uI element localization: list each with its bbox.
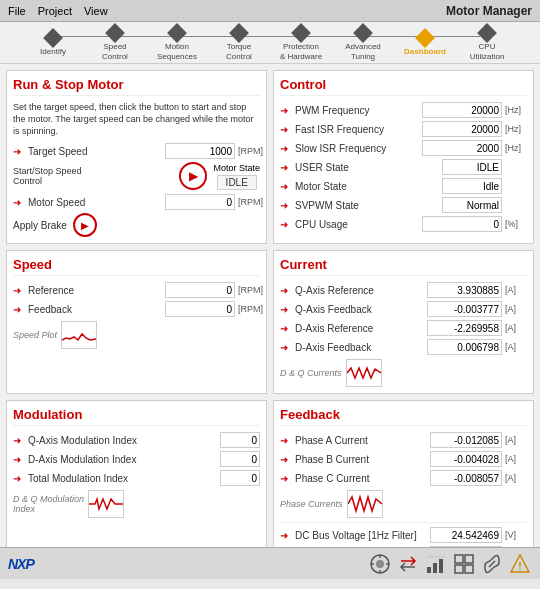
control-input-0[interactable]	[422, 102, 502, 118]
warning-icon[interactable]	[508, 552, 532, 576]
current-input-3[interactable]	[427, 339, 502, 355]
mod-chart[interactable]	[88, 490, 124, 518]
mod-plot-area: D & Q Modulation Index	[13, 490, 260, 518]
control-row-1: ➜ Fast ISR Frequency [Hz]	[280, 121, 527, 137]
speed-chart-svg	[62, 322, 96, 348]
motor-status-icon[interactable]	[368, 552, 392, 576]
nav-advanced[interactable]: AdvancedTuning	[332, 26, 394, 61]
fb-label-2: Phase C Current	[295, 473, 427, 484]
menu-file[interactable]: File	[8, 5, 26, 17]
phase-plot-area: Phase Currents	[280, 490, 527, 518]
nav-diamond-torque	[229, 23, 249, 43]
fb-input-0[interactable]	[430, 432, 502, 448]
target-speed-arrow: ➜	[13, 146, 25, 157]
motor-speed-input[interactable]	[165, 194, 235, 210]
speed-row-0: ➜ Reference [RPM]	[13, 282, 260, 298]
mod-arrow-1: ➜	[13, 454, 25, 465]
dc-bus-section: ➜ DC Bus Voltage [1Hz Filter] [V] ➜ DC B…	[280, 522, 527, 547]
fb-input-2[interactable]	[430, 470, 502, 486]
run-stop-panel: Run & Stop Motor Set the target speed, t…	[6, 70, 267, 244]
menu-project[interactable]: Project	[38, 5, 72, 17]
mod-input-1[interactable]	[220, 451, 260, 467]
fb-input-3[interactable]	[430, 527, 502, 543]
mod-plot-label: D & Q Modulation Index	[13, 494, 84, 514]
current-label-1: Q-Axis Feedback	[295, 304, 424, 315]
motor-icon-svg	[369, 553, 391, 575]
control-panel: Control ➜ PWM Frequency [Hz] ➜ Fast ISR …	[273, 70, 534, 244]
control-input-1[interactable]	[422, 121, 502, 137]
mod-input-0[interactable]	[220, 432, 260, 448]
control-arrow-0: ➜	[280, 105, 292, 116]
phase-chart[interactable]	[347, 490, 383, 518]
speed-unit-0: [RPM]	[238, 285, 260, 295]
nav-motion[interactable]: MotionSequences	[146, 26, 208, 61]
fb-input-4[interactable]	[430, 546, 502, 547]
target-speed-input[interactable]	[165, 143, 235, 159]
speed-input-1[interactable]	[165, 301, 235, 317]
mod-chart-svg	[89, 491, 123, 517]
nav-protection[interactable]: Protection& Hardware	[270, 26, 332, 61]
motor-speed-arrow: ➜	[13, 197, 25, 208]
nav-torque[interactable]: TorqueControl	[208, 26, 270, 61]
title-bar: File Project View Motor Manager	[0, 0, 540, 22]
current-row-0: ➜ Q-Axis Reference [A]	[280, 282, 527, 298]
start-stop-button[interactable]: ▶	[179, 162, 207, 190]
current-input-1[interactable]	[427, 301, 502, 317]
speed-row-1: ➜ Feedback [RPM]	[13, 301, 260, 317]
modulation-title: Modulation	[13, 407, 260, 426]
link-icon[interactable]	[480, 552, 504, 576]
brake-button[interactable]: ▶	[73, 213, 97, 237]
nav-label-protection: Protection& Hardware	[280, 42, 322, 61]
current-arrow-2: ➜	[280, 323, 292, 334]
control-label-0: PWM Frequency	[295, 105, 419, 116]
control-input-3[interactable]	[442, 159, 502, 175]
nav-speed-control[interactable]: SpeedControl	[84, 26, 146, 61]
control-unit-1: [Hz]	[505, 124, 527, 134]
run-stop-desc: Set the target speed, then click the but…	[13, 102, 260, 137]
warning-icon-svg	[509, 553, 531, 575]
nav-dashboard[interactable]: Dashboard	[394, 31, 456, 57]
menu-bar[interactable]: File Project View	[8, 5, 108, 17]
menu-view[interactable]: View	[84, 5, 108, 17]
control-input-4[interactable]	[442, 178, 502, 194]
motor-speed-label: Motor Speed	[28, 197, 162, 208]
phase-plot-label: Phase Currents	[280, 499, 343, 509]
current-unit-3: [A]	[505, 342, 527, 352]
nav-label-dashboard: Dashboard	[404, 47, 446, 57]
speed-label-1: Feedback	[28, 304, 162, 315]
control-input-5[interactable]	[442, 197, 502, 213]
speed-input-0[interactable]	[165, 282, 235, 298]
feedback-title: Feedback	[280, 407, 527, 426]
control-label-3: USER State	[295, 162, 439, 173]
speed-chart[interactable]	[61, 321, 97, 349]
current-unit-1: [A]	[505, 304, 527, 314]
current-plot-label: D & Q Currents	[280, 368, 342, 378]
current-label-2: D-Axis Reference	[295, 323, 424, 334]
control-arrow-3: ➜	[280, 162, 292, 173]
current-chart[interactable]	[346, 359, 382, 387]
nav-cpu[interactable]: CPUUtilization	[456, 26, 518, 61]
motor-state-value: IDLE	[217, 175, 257, 190]
mod-input-2[interactable]	[220, 470, 260, 486]
mod-row-0: ➜ Q-Axis Modulation Index	[13, 432, 260, 448]
fb-input-1[interactable]	[430, 451, 502, 467]
target-speed-label: Target Speed	[28, 146, 162, 157]
control-input-6[interactable]	[422, 216, 502, 232]
current-input-0[interactable]	[427, 282, 502, 298]
current-row-2: ➜ D-Axis Reference [A]	[280, 320, 527, 336]
control-row-2: ➜ Slow ISR Frequency [Hz]	[280, 140, 527, 156]
transfer-icon[interactable]	[396, 552, 420, 576]
nxp-logo: NXP	[8, 556, 34, 572]
fb-arrow-1: ➜	[280, 454, 292, 465]
fb-unit-1: [A]	[505, 454, 527, 464]
svg-rect-11	[465, 555, 473, 563]
chart-icon[interactable]	[424, 552, 448, 576]
current-input-2[interactable]	[427, 320, 502, 336]
svg-rect-10	[455, 555, 463, 563]
nav-identify[interactable]: Identify	[22, 31, 84, 57]
brake-label: Apply Brake	[13, 220, 67, 231]
nav-diamonds: Identify SpeedControl MotionSequences To…	[0, 26, 540, 61]
mod-label-0: Q-Axis Modulation Index	[28, 435, 217, 446]
control-input-2[interactable]	[422, 140, 502, 156]
grid-icon[interactable]	[452, 552, 476, 576]
